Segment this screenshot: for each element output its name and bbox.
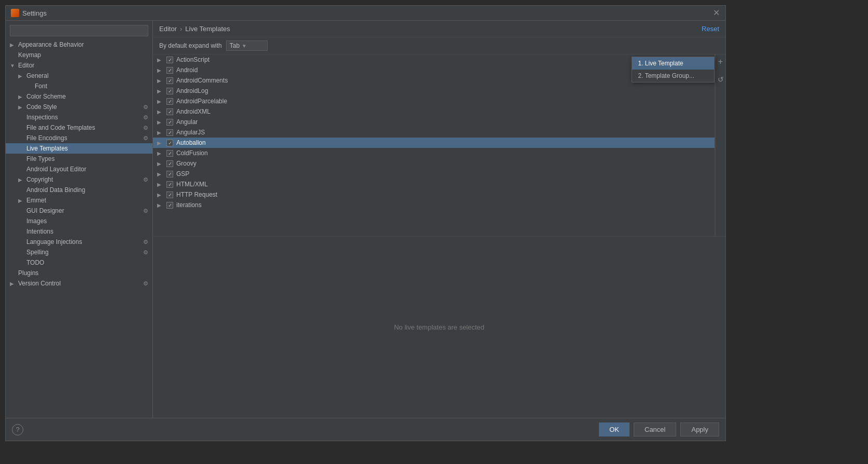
ok-button[interactable]: OK	[599, 422, 629, 436]
template-checkbox-androidcomments[interactable]	[166, 77, 173, 84]
sidebar-item-label: Intentions	[26, 228, 53, 235]
sidebar-item-copyright[interactable]: ▶Copyright⚙	[6, 174, 152, 185]
template-checkbox-actionscript[interactable]	[166, 57, 173, 63]
template-group-angular[interactable]: ▶ Angular	[153, 117, 715, 127]
template-arrow-icon: ▶	[157, 109, 163, 115]
template-group-htmlxml[interactable]: ▶ HTML/XML	[153, 179, 715, 189]
template-group-label: Android	[176, 66, 198, 74]
template-group-groovy[interactable]: ▶ Groovy	[153, 158, 715, 169]
sidebar-item-inspections[interactable]: Inspections⚙	[6, 112, 152, 122]
sidebar-item-code-style[interactable]: ▶Code Style⚙	[6, 102, 152, 112]
gear-icon: ⚙	[143, 239, 148, 245]
template-group-coldfusion[interactable]: ▶ ColdFusion	[153, 148, 715, 158]
template-arrow-icon: ▶	[157, 57, 163, 63]
template-group-httprequest[interactable]: ▶ HTTP Request	[153, 189, 715, 200]
template-checkbox-iterations[interactable]	[166, 202, 173, 209]
template-group-android[interactable]: ▶ Android	[153, 65, 715, 75]
search-input[interactable]	[10, 25, 148, 36]
template-list: ▶ ActionScript ▶ Android ▶ AndroidCommen…	[153, 54, 715, 236]
template-checkbox-httprequest[interactable]	[166, 192, 173, 198]
sidebar-item-label: Inspections	[26, 114, 58, 121]
expand-arrow-icon: ▶	[18, 94, 24, 100]
apply-button[interactable]: Apply	[680, 422, 719, 436]
sidebar-item-language-injections[interactable]: Language Injections⚙	[6, 237, 152, 247]
sidebar-item-editor[interactable]: ▼Editor	[6, 60, 152, 71]
sidebar-item-keymap[interactable]: Keymap	[6, 50, 152, 60]
sidebar-item-appearance[interactable]: ▶Appearance & Behavior	[6, 39, 152, 50]
template-checkbox-angular[interactable]	[166, 119, 173, 126]
sidebar-item-label: Version Control	[18, 280, 61, 287]
template-checkbox-androidparcelable[interactable]	[166, 98, 173, 105]
template-group-iterations[interactable]: ▶ iterations	[153, 200, 715, 210]
expand-arrow-icon: ▶	[10, 281, 16, 286]
gear-icon: ⚙	[143, 125, 148, 131]
sidebar-item-file-code-templates[interactable]: File and Code Templates⚙	[6, 122, 152, 133]
sidebar-item-font[interactable]: Font	[6, 81, 152, 91]
sidebar-item-label: Images	[26, 217, 47, 225]
sidebar-item-label: Font	[35, 83, 47, 90]
sidebar-item-version-control[interactable]: ▶Version Control⚙	[6, 278, 152, 289]
gear-icon: ⚙	[143, 176, 148, 183]
dialog-title: Settings	[11, 9, 47, 17]
template-checkbox-androidxml[interactable]	[166, 108, 173, 115]
template-group-label: HTML/XML	[176, 181, 208, 188]
sidebar-item-todo[interactable]: TODO	[6, 257, 152, 268]
template-group-androidxml[interactable]: ▶ AndroidXML	[153, 106, 715, 117]
sidebar-item-general[interactable]: ▶General	[6, 71, 152, 81]
sidebar-item-label: File and Code Templates	[26, 124, 95, 131]
sidebar-item-label: Code Style	[26, 103, 57, 111]
sidebar-item-plugins[interactable]: Plugins	[6, 268, 152, 278]
sidebar-item-live-templates[interactable]: Live Templates	[6, 143, 152, 154]
template-checkbox-coldfusion[interactable]	[166, 150, 173, 157]
expand-arrow-icon: ▶	[18, 73, 24, 79]
template-group-label: ActionScript	[176, 56, 209, 63]
template-group-angularjs[interactable]: ▶ AngularJS	[153, 127, 715, 138]
template-group-actionscript[interactable]: ▶ ActionScript	[153, 54, 715, 65]
reset-button[interactable]: Reset	[702, 25, 719, 33]
sidebar-item-spelling[interactable]: Spelling⚙	[6, 247, 152, 257]
sidebar-item-file-encodings[interactable]: File Encodings⚙	[6, 133, 152, 143]
sidebar-item-gui-designer[interactable]: GUI Designer⚙	[6, 206, 152, 216]
template-checkbox-gsp[interactable]	[166, 171, 173, 178]
template-checkbox-androidlog[interactable]	[166, 88, 173, 94]
sidebar-item-intentions[interactable]: Intentions	[6, 226, 152, 237]
sidebar-item-emmet[interactable]: ▶Emmet	[6, 195, 152, 206]
template-checkbox-autoballon[interactable]	[166, 140, 173, 146]
expand-label: By default expand with	[159, 42, 222, 49]
sidebar-item-android-data-binding[interactable]: Android Data Binding	[6, 185, 152, 195]
chevron-down-icon: ▼	[242, 43, 247, 49]
template-group-androidlog[interactable]: ▶ AndroidLog	[153, 86, 715, 96]
template-checkbox-groovy[interactable]	[166, 160, 173, 167]
template-arrow-icon: ▶	[157, 140, 163, 146]
template-group-androidcomments[interactable]: ▶ AndroidComments	[153, 75, 715, 86]
sidebar-item-images[interactable]: Images	[6, 216, 152, 226]
help-button[interactable]: ?	[12, 424, 23, 435]
popup-menu-item-live-template[interactable]: 1. Live Template	[632, 57, 714, 70]
sidebar-item-android-layout-editor[interactable]: Android Layout Editor	[6, 164, 152, 174]
template-group-label: AndroidXML	[176, 108, 211, 115]
template-group-label: Groovy	[176, 160, 197, 167]
sidebar-item-color-scheme[interactable]: ▶Color Scheme	[6, 91, 152, 102]
close-button[interactable]: ✕	[712, 9, 720, 17]
sidebar-item-label: Emmet	[26, 197, 46, 204]
template-group-androidparcelable[interactable]: ▶ AndroidParcelable	[153, 96, 715, 106]
template-arrow-icon: ▶	[157, 151, 163, 156]
template-group-autoballon[interactable]: ▶ Autoballon	[153, 138, 715, 148]
template-group-gsp[interactable]: ▶ GSP	[153, 169, 715, 179]
settings-app-icon	[11, 9, 19, 17]
popup-menu-item-template-group[interactable]: 2. Template Group...	[632, 70, 714, 82]
template-checkbox-android[interactable]	[166, 67, 173, 74]
popup-menu: 1. Live Template 2. Template Group...	[632, 57, 715, 83]
gear-icon: ⚙	[143, 280, 148, 287]
add-button[interactable]: +	[716, 57, 726, 67]
sidebar-item-label: Appearance & Behavior	[18, 41, 84, 48]
template-checkbox-htmlxml[interactable]	[166, 181, 173, 188]
template-group-label: AndroidParcelable	[176, 98, 227, 105]
template-checkbox-angularjs[interactable]	[166, 129, 173, 136]
cancel-button[interactable]: Cancel	[634, 422, 676, 436]
settings-dialog: Settings ✕ ▶Appearance & BehaviorKeymap▼…	[5, 5, 726, 441]
sidebar-item-file-types[interactable]: File Types	[6, 154, 152, 164]
template-arrow-icon: ▶	[157, 78, 163, 84]
expand-dropdown[interactable]: Tab ▼	[226, 40, 268, 51]
reset-arrow-button[interactable]: ↺	[716, 74, 726, 85]
